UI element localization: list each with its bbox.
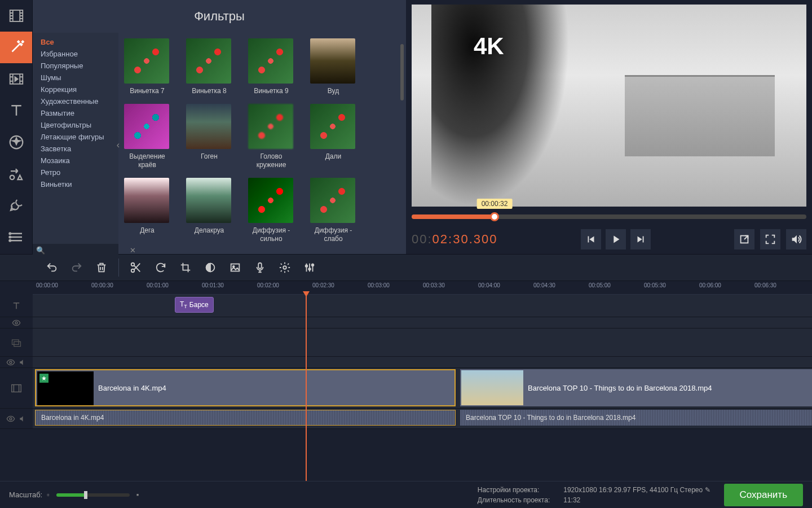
rotate-button[interactable] [149, 256, 172, 279]
status-bar: Масштаб: ▫ ▪ Настройки проекта: Длительн… [0, 481, 812, 508]
filter-item[interactable]: Голово кружение [248, 104, 294, 169]
filter-item[interactable]: Диффузия - слабо [310, 178, 356, 243]
scrub-handle[interactable] [490, 212, 499, 221]
media-tool[interactable] [0, 0, 32, 32]
svg-point-16 [308, 268, 311, 270]
scrub-tooltip: 00:00:32 [477, 199, 513, 209]
filter-item[interactable]: Виньетка 7 [124, 38, 170, 95]
svg-point-23 [10, 418, 12, 420]
filters-tool[interactable] [0, 32, 32, 63]
audio-clip[interactable]: Barcelona in 4K.mp4 [35, 410, 456, 426]
color-button[interactable] [199, 256, 222, 279]
popout-icon[interactable] [734, 229, 754, 249]
svg-point-21 [10, 361, 12, 364]
filter-item[interactable]: Диффузия - сильно [248, 178, 294, 243]
track-visibility-icon[interactable] [0, 409, 33, 428]
zoom-in-icon[interactable]: ▪ [136, 491, 139, 499]
category-item[interactable]: Все [33, 36, 118, 48]
edit-toolbar [0, 254, 812, 281]
volume-icon[interactable] [786, 229, 806, 249]
tracks: TTБарсе ★ Barce [0, 295, 812, 481]
next-button[interactable] [630, 229, 651, 249]
title-clip[interactable]: TTБарсе [175, 297, 214, 313]
star-icon: ★ [39, 374, 48, 383]
filter-item[interactable]: Вуд [310, 38, 356, 95]
category-item[interactable]: Избранное [33, 48, 118, 60]
more-tool[interactable] [0, 221, 32, 253]
search-input[interactable] [45, 247, 130, 255]
category-item[interactable]: Мозаика [33, 155, 118, 167]
prev-button[interactable] [581, 229, 601, 249]
delete-button[interactable] [90, 256, 113, 279]
timeline-ruler[interactable]: 00:00:0000:00:3000:01:0000:01:3000:02:00… [33, 281, 812, 295]
ruler-tick: 00:02:00 [257, 282, 279, 288]
filter-item[interactable]: Делакруа [186, 178, 232, 243]
scrub-bar[interactable]: 00:00:32 [412, 214, 806, 219]
ruler-tick: 00:00:00 [36, 282, 58, 288]
track-head-overlay [0, 329, 33, 356]
category-search: 🔍 ✕ [33, 244, 118, 257]
animation-tool[interactable] [0, 190, 32, 221]
audio-clip[interactable]: Barcelona TOP 10 - Things to do in Barce… [460, 410, 812, 426]
svg-point-8 [131, 263, 135, 266]
crop-button[interactable] [174, 256, 197, 279]
category-item[interactable]: Коррекция [33, 84, 118, 95]
svg-point-15 [306, 265, 308, 267]
track-visibility-icon[interactable] [0, 317, 33, 328]
redo-button[interactable] [65, 256, 88, 279]
zoom-slider[interactable] [56, 493, 130, 497]
ruler-tick: 00:00:30 [91, 282, 113, 288]
split-button[interactable] [125, 256, 147, 279]
track-head-title [0, 295, 33, 317]
zoom-out-icon[interactable]: ▫ [47, 491, 50, 499]
svg-point-9 [131, 269, 135, 273]
save-button[interactable]: Сохранить [724, 484, 803, 506]
video-clip[interactable]: Barcelona TOP 10 - Things to do in Barce… [460, 369, 812, 406]
svg-point-3 [10, 176, 14, 180]
category-item[interactable]: Засветка [33, 143, 118, 155]
preview-video[interactable]: 4K [412, 5, 806, 207]
settings-button[interactable] [273, 256, 296, 279]
filter-item[interactable]: Выделение краёв [124, 104, 170, 169]
filter-item[interactable]: Гоген [186, 104, 232, 169]
svg-rect-20 [14, 341, 21, 346]
category-item[interactable]: Художественные [33, 95, 118, 107]
filter-item[interactable]: Виньетка 9 [248, 38, 294, 95]
transitions-tool[interactable] [0, 63, 32, 95]
playhead[interactable] [306, 295, 307, 481]
category-item[interactable]: Виньетки [33, 178, 118, 190]
filter-item[interactable]: Дега [124, 178, 170, 243]
filters-panel: Фильтры Все Избранное Популярные Шумы Ко… [33, 0, 406, 254]
track-visibility-icon[interactable] [0, 357, 33, 367]
svg-rect-19 [12, 340, 19, 344]
equalizer-button[interactable] [298, 256, 321, 279]
svg-point-5 [9, 237, 11, 238]
category-item[interactable]: Цветофильтры [33, 119, 118, 131]
image-button[interactable] [224, 256, 246, 279]
edit-settings-icon[interactable]: ✎ [705, 486, 710, 494]
category-item[interactable]: Ретро [33, 167, 118, 178]
category-item[interactable]: Размытие [33, 107, 118, 119]
category-item[interactable]: Летающие фигуры [33, 131, 118, 143]
category-item[interactable]: Шумы [33, 72, 118, 84]
ruler-tick: 00:01:30 [202, 282, 224, 288]
mic-button[interactable] [249, 256, 271, 279]
video-clip[interactable]: ★ Barcelona in 4K.mp4 [35, 369, 456, 406]
scrollbar[interactable] [400, 44, 404, 100]
fullscreen-icon[interactable] [760, 229, 780, 249]
shapes-tool[interactable] [0, 158, 32, 190]
zoom-label: Масштаб: [9, 491, 42, 499]
svg-rect-22 [12, 384, 21, 392]
titles-tool[interactable] [0, 95, 32, 126]
undo-button[interactable] [41, 256, 63, 279]
project-settings-label: Настройки проекта: [478, 486, 550, 494]
filter-item[interactable]: Дали [310, 104, 356, 169]
ruler-tick: 00:05:30 [644, 282, 666, 288]
play-button[interactable] [606, 229, 626, 249]
preview-panel: 4K 00:00:32 00:02:30.300 [406, 0, 812, 254]
filter-item[interactable]: Виньетка 8 [186, 38, 232, 95]
svg-point-17 [312, 264, 314, 266]
stickers-tool[interactable] [0, 126, 32, 158]
category-item[interactable]: Популярные [33, 60, 118, 72]
filters-grid: Виньетка 7 Виньетка 8 Виньетка 9 Вуд Выд… [118, 33, 406, 257]
